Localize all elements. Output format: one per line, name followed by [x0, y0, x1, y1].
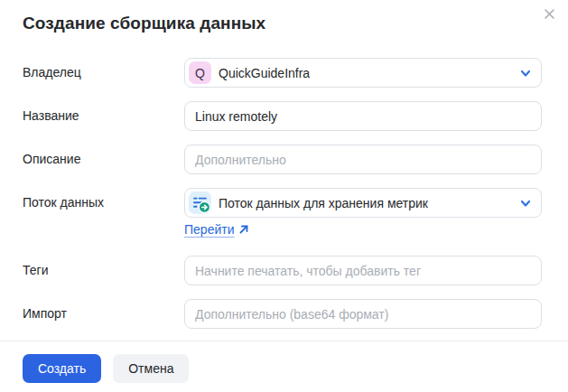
import-input[interactable] — [184, 299, 542, 329]
go-to-stream-link[interactable]: Перейти — [184, 222, 249, 237]
stream-label: Поток данных — [23, 188, 104, 218]
name-input[interactable] — [184, 101, 542, 131]
field-row-name: Название — [0, 101, 568, 131]
tags-input[interactable] — [184, 256, 542, 285]
field-row-import: Импорт — [0, 299, 568, 329]
owner-select[interactable]: Q QuickGuideInfra — [184, 58, 542, 88]
avatar: Q — [189, 61, 211, 84]
owner-select-value: QuickGuideInfra — [219, 66, 310, 80]
name-label: Название — [23, 101, 79, 131]
data-stream-icon — [189, 191, 211, 214]
create-data-collector-dialog: Создание сборщика данных Владелец Q Quic… — [0, 0, 568, 392]
field-row-tags: Теги — [0, 256, 568, 285]
stream-select[interactable]: Поток данных для хранения метрик — [184, 188, 542, 218]
field-row-description: Описание — [0, 145, 568, 174]
close-button[interactable] — [539, 4, 559, 23]
stream-select-value: Поток данных для хранения метрик — [219, 196, 428, 210]
close-icon — [543, 7, 556, 21]
footer-divider — [0, 341, 568, 341]
field-row-stream: Поток данных — [0, 188, 568, 218]
owner-label: Владелец — [23, 58, 81, 88]
page-title: Создание сборщика данных — [23, 14, 265, 33]
field-row-owner: Владелец Q QuickGuideInfra — [0, 58, 568, 88]
cancel-button[interactable]: Отмена — [113, 354, 189, 383]
footer: Создать Отмена — [23, 354, 189, 383]
description-input[interactable] — [184, 145, 542, 174]
chevron-down-icon — [519, 67, 532, 79]
tags-label: Теги — [23, 256, 48, 285]
import-label: Импорт — [23, 299, 67, 329]
external-link-arrow-icon — [238, 224, 249, 235]
go-to-stream-link-label: Перейти — [184, 222, 234, 237]
create-button[interactable]: Создать — [23, 354, 101, 383]
description-label: Описание — [23, 145, 80, 174]
chevron-down-icon — [519, 197, 532, 210]
